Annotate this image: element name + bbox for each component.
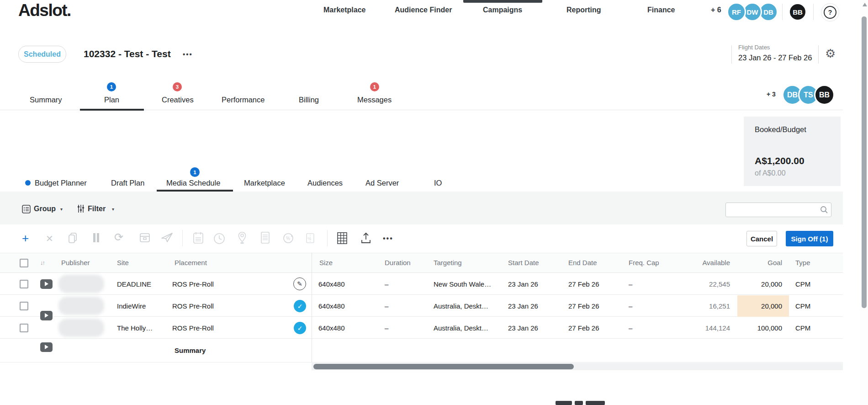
col-header-type[interactable]: Type <box>795 259 810 266</box>
col-header-size[interactable]: Size <box>319 259 333 266</box>
send-plane-icon[interactable] <box>161 232 174 245</box>
nav-item-audience-finder[interactable]: Audience Finder <box>395 6 452 14</box>
signed-off-check-icon[interactable]: ✓ <box>294 300 306 312</box>
filter-button[interactable]: Filter <box>88 205 106 213</box>
clipped-bottom-content <box>586 401 605 405</box>
subtab-media-schedule[interactable]: Media Schedule <box>166 179 220 187</box>
row1-checkbox[interactable] <box>20 280 28 288</box>
tab-avatar-bb[interactable]: BB <box>814 85 835 105</box>
col-header-site[interactable]: Site <box>117 259 129 266</box>
tab-creatives[interactable]: Creatives <box>162 96 194 104</box>
row1-site: DEADLINE <box>117 280 151 288</box>
nav-item-marketplace[interactable]: Marketplace <box>323 6 366 14</box>
col-header-duration[interactable]: Duration <box>385 259 411 266</box>
pause-icon-bar2[interactable] <box>97 233 99 242</box>
remove-line-icon[interactable]: ✕ <box>46 233 53 244</box>
help-button[interactable]: ? <box>821 3 839 21</box>
budget-of-amount: of A$0.00 <box>755 169 786 177</box>
subtab-audiences[interactable]: Audiences <box>307 179 343 187</box>
grid-view-icon[interactable] <box>337 232 348 246</box>
nav-item-reporting[interactable]: Reporting <box>566 6 601 14</box>
refresh-icon[interactable]: ⟳ <box>114 231 123 244</box>
col-header-available[interactable]: Available <box>684 259 730 266</box>
nav-item-finance[interactable]: Finance <box>647 6 675 14</box>
row1-end-date: 27 Feb 26 <box>568 280 599 288</box>
location-pin-icon[interactable] <box>237 231 247 246</box>
signed-off-check-icon[interactable]: ✓ <box>294 322 306 334</box>
tab-messages[interactable]: Messages <box>357 96 392 104</box>
row3-end-date: 27 Feb 26 <box>568 324 599 332</box>
row2-available: 16,251 <box>684 302 730 310</box>
rate-ticket-icon[interactable]: % <box>305 233 315 245</box>
horizontal-scrollbar-thumb[interactable] <box>313 364 574 369</box>
vertical-scrollbar-thumb[interactable] <box>862 16 867 308</box>
notes-icon[interactable] <box>260 231 270 246</box>
select-all-checkbox[interactable] <box>20 259 28 267</box>
row3-start-date: 23 Jan 26 <box>508 324 538 332</box>
status-badge: Scheduled <box>18 46 66 63</box>
pause-icon[interactable] <box>93 233 95 242</box>
user-avatar-bb[interactable]: BB <box>789 3 807 21</box>
col-header-publisher[interactable]: Publisher <box>61 259 90 266</box>
actions-more-menu[interactable]: ••• <box>383 234 393 243</box>
flight-dates-value: 23 Jan 26 - 27 Feb 26 <box>738 53 812 62</box>
subtab-budget-planner[interactable]: Budget Planner <box>35 179 87 187</box>
row3-checkbox[interactable] <box>20 324 28 332</box>
row2-publisher-redacted <box>58 297 104 315</box>
col-header-freq-cap[interactable]: Freq. Cap <box>629 259 659 266</box>
row3-goal[interactable]: 100,000 <box>746 324 782 332</box>
nav-overflow-count[interactable]: + 6 <box>711 6 721 14</box>
clock-icon[interactable] <box>213 233 225 246</box>
export-icon[interactable] <box>360 232 371 246</box>
subtab-marketplace[interactable]: Marketplace <box>244 179 285 187</box>
title-more-menu[interactable]: ••• <box>183 50 193 58</box>
nav-item-campaigns[interactable]: Campaigns <box>483 6 522 14</box>
cancel-button[interactable]: Cancel <box>746 231 777 246</box>
tab-row-overflow-count[interactable]: + 3 <box>767 91 776 98</box>
copy-icon[interactable] <box>68 232 78 246</box>
calendar-icon[interactable] <box>193 231 204 246</box>
frozen-column-divider <box>312 253 312 362</box>
filter-caret-icon: ▾ <box>112 207 114 212</box>
row2-goal[interactable]: 20,000 <box>746 302 782 310</box>
avatar-rf[interactable]: RF <box>727 2 746 21</box>
subtab-ad-server[interactable]: Ad Server <box>365 179 399 187</box>
row3-duration: – <box>385 324 388 332</box>
filter-icon <box>77 204 85 215</box>
edit-pencil-icon[interactable]: ✎ <box>293 277 306 290</box>
col-header-start-date[interactable]: Start Date <box>508 259 539 266</box>
discount-cycle-icon[interactable]: % <box>282 232 294 246</box>
tab-plan-underline <box>80 109 144 111</box>
scroll-up-arrow-icon[interactable] <box>863 3 867 6</box>
tab-plan[interactable]: Plan <box>104 96 119 104</box>
group-button[interactable]: Group <box>34 205 56 213</box>
tab-creatives-badge: 3 <box>173 82 182 91</box>
row2-checkbox[interactable] <box>20 302 28 310</box>
subtab-io[interactable]: IO <box>434 179 442 187</box>
col-header-end-date[interactable]: End Date <box>568 259 597 266</box>
package-icon[interactable] <box>139 232 151 245</box>
header-divider-2 <box>818 45 819 64</box>
row1-placement: ROS Pre-Roll <box>172 280 214 288</box>
row1-goal[interactable]: 20,000 <box>746 280 782 288</box>
sign-off-button[interactable]: Sign Off (1) <box>786 231 833 246</box>
video-format-icon <box>40 279 53 289</box>
add-line-icon[interactable]: + <box>22 231 29 245</box>
row3-type: CPM <box>795 324 810 332</box>
col-header-placement[interactable]: Placement <box>175 259 207 266</box>
tab-performance[interactable]: Performance <box>222 96 265 104</box>
gear-icon[interactable]: ⚙ <box>825 47 836 61</box>
col-header-goal[interactable]: Goal <box>746 259 782 266</box>
tab-billing[interactable]: Billing <box>299 96 319 104</box>
col-header-targeting[interactable]: Targeting <box>434 259 462 266</box>
subtab-draft-plan[interactable]: Draft Plan <box>111 179 144 187</box>
search-input[interactable] <box>729 203 817 216</box>
tab-summary[interactable]: Summary <box>30 96 62 104</box>
sort-icon[interactable]: ↓↑ <box>40 259 44 266</box>
row2-duration: – <box>385 302 388 310</box>
row2-site: IndieWire <box>117 302 146 310</box>
search-icon[interactable] <box>820 206 828 214</box>
svg-text:%: % <box>307 236 311 241</box>
row3-size: 640x480 <box>318 324 345 332</box>
row3-available: 144,124 <box>684 324 730 332</box>
